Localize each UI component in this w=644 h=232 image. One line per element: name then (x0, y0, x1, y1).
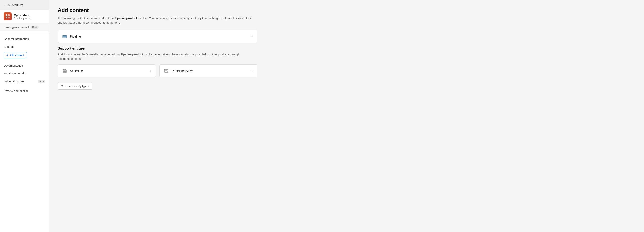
product-icon (4, 13, 12, 21)
svg-rect-0 (6, 15, 7, 16)
sidebar: ← All products My product Pipeline produ… (0, 0, 49, 232)
product-type: Pipeline product (14, 17, 31, 20)
back-button[interactable]: ← All products (0, 0, 48, 10)
restricted-view-label: Restricted view (172, 69, 192, 73)
back-label: All products (8, 3, 23, 7)
sidebar-item-content[interactable]: Content (0, 43, 48, 51)
pipeline-card-left: Pipeline (62, 34, 81, 39)
folder-structure-label: Folder structure (4, 80, 24, 83)
schedule-add-icon: + (149, 69, 152, 73)
svg-rect-8 (66, 35, 67, 38)
product-info: My product Pipeline product (14, 14, 31, 20)
add-content-button[interactable]: + Add content (4, 52, 27, 59)
content-label: Content (4, 45, 14, 49)
support-entities-grid: Schedule + Restricted view + (58, 65, 258, 77)
svg-rect-15 (65, 71, 66, 72)
creating-status: Creating new product Draft (0, 23, 48, 31)
support-entities-description: Additional content that's usually packag… (58, 52, 258, 61)
restricted-view-entity-card[interactable]: Restricted view + (159, 65, 258, 77)
svg-rect-10 (63, 70, 66, 71)
svg-rect-12 (65, 69, 66, 70)
svg-rect-4 (62, 35, 66, 36)
schedule-icon (62, 68, 67, 74)
beta-badge: Beta (38, 80, 45, 83)
see-more-button[interactable]: See more entity types (58, 83, 92, 90)
divider-1 (0, 32, 48, 33)
desc-product-type: Pipeline product (114, 17, 137, 20)
product-name: My product (14, 14, 31, 17)
schedule-label: Schedule (70, 69, 83, 73)
svg-rect-11 (64, 69, 64, 70)
svg-rect-19 (165, 70, 167, 71)
sidebar-item-general-information[interactable]: General information (0, 35, 48, 43)
sidebar-item-documentation[interactable]: Documentation (0, 62, 48, 70)
schedule-card-left: Schedule (62, 68, 83, 74)
pipeline-add-icon: + (251, 34, 253, 39)
svg-rect-2 (6, 17, 7, 19)
add-content-area: + Add content (0, 51, 48, 60)
main-content: Add content The following content is rec… (49, 0, 644, 232)
pipeline-label: Pipeline (70, 35, 81, 38)
sidebar-item-installation-mode[interactable]: Installation mode (0, 70, 48, 77)
pipeline-icon (62, 34, 67, 39)
svg-rect-13 (64, 71, 64, 72)
svg-rect-20 (165, 71, 167, 71)
sidebar-item-folder-structure[interactable]: Folder structure Beta (0, 77, 48, 85)
support-entities-title: Support entities (58, 47, 635, 51)
svg-rect-7 (62, 35, 63, 38)
svg-rect-6 (62, 37, 66, 38)
review-publish-label: Review and publish (4, 89, 29, 93)
svg-rect-14 (64, 71, 65, 72)
svg-rect-1 (8, 15, 10, 16)
support-product-type: Pipeline product (120, 53, 143, 56)
back-arrow-icon: ← (4, 3, 7, 7)
status-label: Creating new product (4, 26, 29, 29)
documentation-label: Documentation (4, 64, 23, 67)
sidebar-item-review-and-publish[interactable]: Review and publish (0, 87, 48, 95)
svg-rect-3 (8, 17, 10, 19)
installation-mode-label: Installation mode (4, 72, 25, 75)
restricted-view-card-left: Restricted view (164, 68, 192, 74)
page-description: The following content is recommended for… (58, 16, 258, 25)
svg-rect-17 (64, 72, 65, 72)
add-content-label: Add content (10, 54, 24, 57)
sidebar-nav: General information Content + Add conten… (0, 33, 48, 97)
divider-2 (0, 61, 48, 61)
add-icon: + (6, 54, 8, 57)
product-header: My product Pipeline product (0, 10, 48, 23)
support-desc-prefix: Additional content that's usually packag… (58, 53, 120, 56)
svg-rect-21 (165, 72, 166, 72)
page-title: Add content (58, 7, 635, 13)
pipeline-entity-card[interactable]: Pipeline + (58, 30, 258, 43)
restricted-view-add-icon: + (251, 69, 253, 73)
svg-rect-5 (62, 36, 66, 37)
schedule-entity-card[interactable]: Schedule + (58, 65, 156, 77)
desc-prefix: The following content is recommended for… (58, 17, 114, 20)
restricted-view-icon (164, 68, 169, 74)
general-information-label: General information (4, 37, 29, 41)
svg-rect-16 (64, 72, 64, 72)
draft-badge: Draft (30, 26, 38, 29)
divider-3 (0, 86, 48, 86)
